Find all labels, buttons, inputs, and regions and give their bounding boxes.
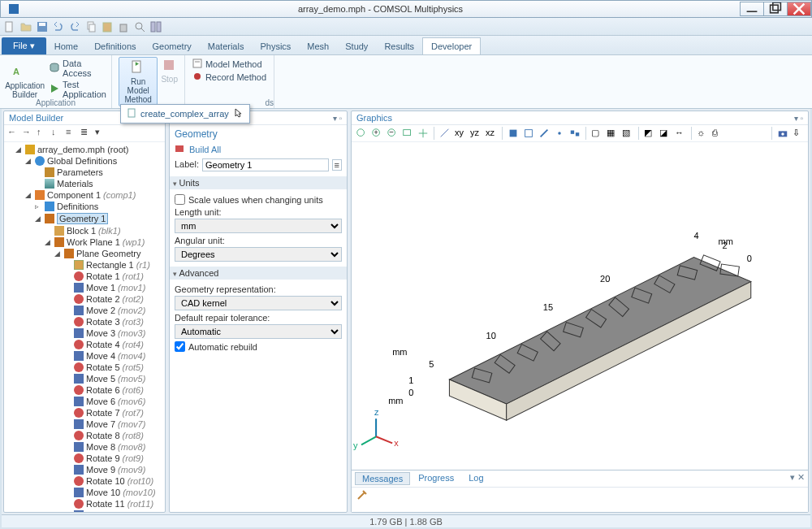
close-button[interactable] [787,2,811,16]
run-model-method-button[interactable]: Run Model Method [119,57,158,106]
select-boundary-icon[interactable] [522,127,535,140]
settings-close-icon[interactable]: ▫ [339,114,342,123]
tab-study[interactable]: Study [337,38,376,54]
down-icon[interactable]: ↓ [51,127,64,140]
tree-item[interactable]: Move 4 (mov4) [64,350,163,362]
select-point-icon[interactable] [553,127,566,140]
tree-item[interactable]: Move 8 (mov8) [64,441,163,453]
messages-pin-icon[interactable]: ▾ ✕ [790,472,805,485]
units-section-header[interactable]: Units [170,176,347,189]
expand-icon[interactable]: ≡ [66,127,79,140]
graphics-close-icon[interactable]: ▫ [800,114,803,123]
tree-item[interactable]: Move 11 (mov11) [64,509,163,512]
gotoxy-icon[interactable] [438,127,451,140]
tree-item[interactable]: Move 2 (mov2) [64,305,163,316]
collapse-icon[interactable]: ≣ [80,127,93,140]
tree-item[interactable]: Move 3 (mov3) [64,327,163,339]
select-group-icon[interactable] [568,127,581,140]
tree-item[interactable]: Move 5 (mov5) [64,373,163,384]
layout-icon[interactable] [149,20,162,33]
tree-item[interactable]: Move 9 (mov9) [64,464,163,475]
model-method-button[interactable]: Model Method [192,59,266,70]
new-file-icon[interactable] [3,20,16,33]
tab-home[interactable]: Home [46,38,86,54]
default-view-xy-icon[interactable]: xy [454,127,467,140]
zoom-extents-icon[interactable] [355,127,368,140]
file-menu[interactable]: File ▾ [2,37,46,54]
tree-item[interactable]: Rotate 7 (rot7) [64,407,163,418]
tab-log[interactable]: Log [462,472,490,485]
tree-item[interactable]: Move 1 (mov1) [64,282,163,293]
zoom-in-icon[interactable]: + [370,127,383,140]
repair-tolerance-select[interactable]: Automatic [175,324,342,339]
tab-mesh[interactable]: Mesh [299,38,337,54]
search-icon[interactable] [133,20,146,33]
save-icon[interactable] [36,20,49,33]
pan-icon[interactable] [417,127,430,140]
broom-icon[interactable] [356,492,368,502]
next-icon[interactable]: → [22,127,35,140]
geom-representation-select[interactable]: CAD kernel [175,296,342,310]
tree-item[interactable]: Rotate 9 (rot9) [64,453,163,464]
render-icon[interactable]: ▧ [621,127,634,140]
snapshot-icon[interactable] [776,127,789,140]
open-icon[interactable] [19,20,32,33]
graphics-canvas[interactable]: mm 0 2 4 5 10 15 20 mm 0 1 mm z y [352,142,808,470]
copy-icon[interactable] [84,20,97,33]
graphics-menu-icon[interactable]: ▾ [794,114,798,123]
scale-values-checkbox[interactable] [175,194,185,205]
length-unit-select[interactable]: mm [175,219,342,233]
tab-messages[interactable]: Messages [355,472,410,485]
tree-item[interactable]: Rotate 8 (rot8) [64,430,163,441]
transparency-icon[interactable]: ▢ [590,127,603,140]
tree-item[interactable]: Move 6 (mov6) [64,396,163,407]
tree-item[interactable]: Rotate 5 (rot5) [64,362,163,373]
geometry-label-input[interactable] [202,158,329,171]
zoom-box-icon[interactable] [401,127,414,140]
data-access-button[interactable]: Data Access [50,59,106,78]
wireframe-icon[interactable]: ▦ [606,127,619,140]
delete-icon[interactable] [117,20,130,33]
default-view-xz-icon[interactable]: xz [485,127,498,140]
tree-item[interactable]: Move 10 (mov10) [64,487,163,498]
tree-item[interactable]: Rotate 6 (rot6) [64,384,163,396]
restore-button[interactable] [763,2,788,16]
tree-item[interactable]: Rotate 2 (rot2) [64,293,163,305]
select-edge-icon[interactable] [538,127,551,140]
dropdown-item-create-complex-array[interactable]: create_complex_array [123,106,248,121]
tree-item[interactable]: Rotate 10 (rot10) [64,475,163,487]
app-builder-icon[interactable]: A [5,57,28,80]
tree-options-icon[interactable]: ▾ [95,127,108,140]
default-view-yz-icon[interactable]: yz [469,127,482,140]
tab-progress[interactable]: Progress [412,472,460,485]
advanced-section-header[interactable]: Advanced [170,267,347,280]
paste-icon[interactable] [101,20,114,33]
auto-rebuild-checkbox[interactable] [175,341,185,352]
tab-results[interactable]: Results [376,38,422,54]
scene-light-icon[interactable]: ☼ [696,127,709,140]
settings-menu-icon[interactable]: ▾ [333,114,337,123]
clip-icon[interactable]: ◪ [659,127,672,140]
select-domain-icon[interactable] [507,127,520,140]
redo-icon[interactable] [68,20,81,33]
tree-item[interactable]: Rotate 11 (rot11) [64,498,163,509]
build-all-button[interactable]: Build All [175,143,342,156]
measure-icon[interactable]: ↔ [674,127,687,140]
tab-materials[interactable]: Materials [200,38,253,54]
up-icon[interactable]: ↑ [37,127,50,140]
record-method-button[interactable]: Record Method [192,72,266,83]
minimize-button[interactable] [740,2,764,16]
tab-physics[interactable]: Physics [252,38,299,54]
angular-unit-select[interactable]: Degrees [175,247,342,262]
test-application-button[interactable]: Test Application [50,80,106,99]
image-export-icon[interactable]: ⇩ [792,127,805,140]
model-tree[interactable]: ◢array_demo.mph (root) ◢Global Definitio… [4,142,165,512]
print-icon[interactable]: ⎙ [711,127,724,140]
tree-item[interactable]: Rotate 4 (rot4) [64,339,163,350]
tree-item[interactable]: Rotate 3 (rot3) [64,316,163,327]
tree-item[interactable]: Move 7 (mov7) [64,418,163,430]
label-options-icon[interactable]: ≡ [332,159,342,171]
tab-definitions[interactable]: Definitions [86,38,144,54]
tab-geometry[interactable]: Geometry [145,38,200,54]
undo-icon[interactable] [52,20,65,33]
